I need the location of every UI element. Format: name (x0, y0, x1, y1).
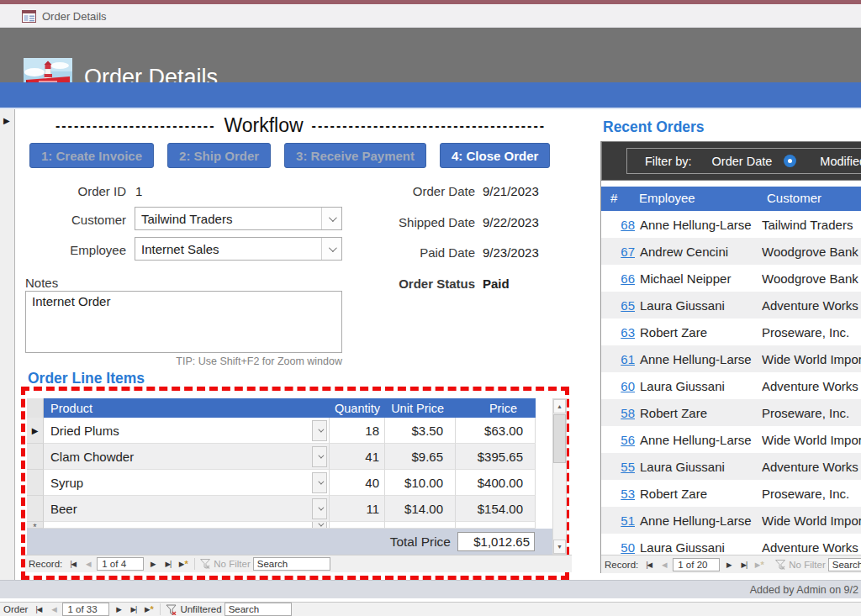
receive-payment-button[interactable]: 3: Receive Payment (284, 143, 426, 168)
order-number-link[interactable]: 51 (601, 513, 635, 528)
close-order-button[interactable]: 4: Close Order (440, 143, 550, 168)
product-dropdown-button[interactable] (312, 420, 327, 441)
total-price-value[interactable]: $1,012.65 (457, 532, 535, 551)
previous-record-button[interactable]: ◀ (47, 603, 60, 616)
order-number-link[interactable]: 68 (601, 218, 635, 232)
product-dropdown-button[interactable] (312, 446, 327, 467)
last-record-button[interactable]: ▶| (161, 558, 174, 571)
unfiltered-toggle[interactable]: Unfiltered (166, 604, 221, 615)
column-header-unit-price[interactable]: Unit Price (385, 402, 456, 415)
row-selector[interactable]: ▶ (27, 470, 44, 496)
paid-date-value[interactable]: 9/23/2023 (483, 245, 539, 260)
tab-order-details[interactable]: Order Details (13, 4, 115, 28)
product-dropdown-button[interactable] (312, 498, 327, 519)
new-product-cell[interactable] (44, 522, 330, 529)
quantity-cell[interactable]: 40 (330, 470, 385, 496)
new-record-button[interactable]: ▶* (753, 558, 765, 571)
previous-record-button[interactable]: ◀ (82, 558, 94, 571)
shipped-date-value[interactable]: 9/22/2023 (483, 215, 539, 229)
order-number-link[interactable]: 58 (601, 406, 635, 420)
scrollbar-thumb[interactable] (553, 414, 566, 463)
next-record-button[interactable]: ▶ (146, 558, 159, 571)
order-number-link[interactable]: 53 (601, 487, 635, 501)
order-number-link[interactable]: 65 (601, 298, 635, 313)
order-id-value[interactable]: 1 (135, 184, 142, 198)
expand-nav-pane-icon[interactable]: ▶ (3, 116, 10, 125)
employee-value[interactable]: Internet Sales (135, 242, 321, 256)
product-cell[interactable]: Clam Chowder (44, 444, 330, 470)
product-cell[interactable]: Beer (44, 496, 330, 522)
new-quantity-cell[interactable] (330, 522, 385, 529)
search-input[interactable] (224, 603, 292, 616)
order-number-link[interactable]: 67 (601, 245, 635, 259)
previous-record-button[interactable]: ◀ (658, 558, 670, 571)
quantity-cell[interactable]: 18 (330, 418, 385, 444)
unit-price-cell[interactable]: $9.65 (385, 444, 456, 470)
product-dropdown-button[interactable] (312, 472, 327, 493)
order-number-link[interactable]: 60 (601, 379, 635, 393)
first-record-button[interactable]: |◀ (642, 558, 655, 571)
column-header-quantity[interactable]: Quantity (330, 402, 385, 415)
vertical-scrollbar[interactable]: ▲ ▼ (552, 398, 567, 555)
last-record-button[interactable]: ▶| (737, 558, 750, 571)
quantity-cell[interactable]: 41 (330, 444, 385, 470)
no-filter-toggle[interactable]: No Filter (200, 559, 250, 569)
order-number-link[interactable]: 55 (601, 460, 635, 474)
record-position[interactable]: 1 of 33 (62, 603, 109, 616)
next-record-button[interactable]: ▶ (722, 558, 735, 571)
customer-value[interactable]: Tailwind Traders (135, 212, 321, 226)
unit-price-cell[interactable]: $14.00 (385, 496, 456, 522)
customer-combobox[interactable]: Tailwind Traders (135, 207, 342, 230)
price-cell[interactable]: $63.00 (456, 418, 536, 444)
datasheet-corner-cell[interactable] (27, 398, 44, 418)
first-record-button[interactable]: |◀ (32, 603, 45, 616)
employee-dropdown-button[interactable] (321, 238, 341, 260)
scroll-down-icon[interactable]: ▼ (553, 540, 566, 554)
order-number-link[interactable]: 50 (601, 540, 635, 555)
filter-option-modified[interactable]: Modified (820, 155, 861, 168)
scroll-up-icon[interactable]: ▲ (553, 399, 566, 413)
order-date-value[interactable]: 9/21/2023 (483, 184, 539, 198)
order-date-radio[interactable] (784, 155, 796, 167)
row-selector[interactable]: ▶ (27, 496, 44, 522)
no-filter-toggle[interactable]: No Filter (775, 560, 825, 570)
customer-dropdown-button[interactable] (321, 208, 341, 229)
price-cell[interactable]: $400.00 (456, 470, 536, 496)
navigation-pane-shutter[interactable]: ▶ (0, 109, 15, 580)
price-cell[interactable]: $154.00 (456, 496, 536, 522)
last-record-button[interactable]: ▶| (127, 603, 140, 616)
new-record-button[interactable]: ▶* (142, 603, 155, 616)
new-record-row[interactable]: * (27, 522, 536, 529)
quantity-cell[interactable]: 11 (330, 496, 385, 522)
new-unit-price-cell[interactable] (385, 522, 456, 529)
product-cell[interactable]: Syrup (44, 470, 330, 496)
search-input[interactable] (253, 557, 330, 571)
filter-option-order-date[interactable]: Order Date (712, 155, 773, 168)
product-cell[interactable]: Dried Plums (44, 418, 330, 444)
notes-textbox[interactable]: Internet Order (25, 291, 342, 353)
play-icon: ▶ (145, 605, 150, 613)
unit-price-cell[interactable]: $10.00 (385, 470, 456, 496)
price-cell[interactable]: $395.65 (456, 444, 536, 470)
product-dropdown-button[interactable] (312, 522, 327, 529)
order-number-link[interactable]: 66 (601, 271, 635, 286)
column-header-product[interactable]: Product (44, 402, 330, 415)
order-number-link[interactable]: 56 (601, 433, 635, 447)
new-price-cell[interactable] (456, 522, 536, 529)
new-record-button[interactable]: ▶* (177, 558, 189, 571)
order-number-link[interactable]: 63 (601, 325, 635, 340)
create-invoice-button[interactable]: 1: Create Invoice (29, 143, 154, 168)
order-number-link[interactable]: 61 (601, 352, 635, 366)
employee-combobox[interactable]: Internet Sales (135, 237, 342, 261)
row-selector[interactable]: ▶ (27, 444, 44, 470)
ship-order-button[interactable]: 2: Ship Order (167, 143, 271, 168)
search-input[interactable] (828, 558, 861, 571)
unit-price-cell[interactable]: $3.50 (385, 418, 456, 444)
column-header-price[interactable]: Price (456, 402, 536, 415)
first-record-button[interactable]: |◀ (66, 558, 79, 571)
next-record-button[interactable]: ▶ (112, 603, 124, 616)
record-position[interactable]: 1 of 20 (673, 558, 720, 571)
row-selector[interactable]: ▶ (27, 418, 44, 444)
shipped-date-label: Shipped Date (353, 215, 475, 229)
record-position[interactable]: 1 of 4 (97, 557, 144, 571)
